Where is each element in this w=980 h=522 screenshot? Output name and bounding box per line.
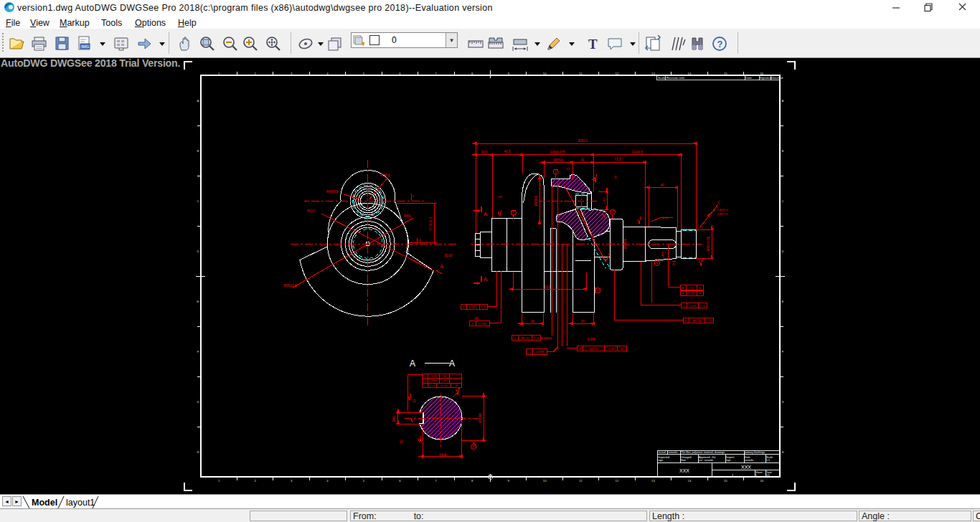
svg-text:5: 5 bbox=[363, 479, 365, 483]
svg-text:12H9: 12H9 bbox=[661, 251, 664, 258]
svg-text:6: 6 bbox=[399, 479, 401, 483]
svg-text:C: C bbox=[197, 199, 199, 203]
svg-text:1: 1 bbox=[218, 72, 220, 75]
svg-text:Scale: Scale bbox=[766, 456, 773, 459]
svg-text:IMG: IMG bbox=[81, 44, 90, 49]
svg-text:T: T bbox=[588, 37, 598, 52]
svg-text:C: C bbox=[781, 199, 783, 203]
svg-text:layout1: layout1 bbox=[66, 498, 95, 508]
svg-text:XXX: XXX bbox=[741, 465, 751, 470]
svg-text:R55: R55 bbox=[404, 214, 410, 218]
svg-text:1-4.5: 1-4.5 bbox=[602, 197, 606, 204]
svg-text:Scale: Scale bbox=[658, 76, 666, 80]
svg-text:5: 5 bbox=[363, 72, 365, 75]
svg-text:⊥: ⊥ bbox=[528, 350, 531, 353]
svg-text:⊙: ⊙ bbox=[471, 322, 474, 326]
svg-text:B: B bbox=[197, 149, 199, 153]
svg-text:primary finishings: primary finishings bbox=[745, 451, 765, 454]
svg-text:2-M30×2: 2-M30×2 bbox=[717, 208, 729, 212]
svg-text:Ø0.2Ⓡ: Ø0.2Ⓡ bbox=[589, 347, 599, 351]
svg-text:Date: Date bbox=[745, 76, 753, 80]
svg-text:∥: ∥ bbox=[425, 379, 426, 382]
svg-text:Ø42M6: Ø42M6 bbox=[623, 238, 627, 249]
svg-text:Approved - the: Approved - the bbox=[699, 456, 716, 459]
svg-text:6: 6 bbox=[399, 72, 401, 75]
svg-text:15: 15 bbox=[724, 72, 727, 75]
svg-text:1: 1 bbox=[218, 479, 220, 483]
svg-text:0.065: 0.065 bbox=[469, 305, 477, 309]
svg-text:Stat: Stat bbox=[681, 459, 685, 462]
svg-text:⌖: ⌖ bbox=[425, 375, 427, 378]
svg-text:16: 16 bbox=[760, 72, 763, 75]
svg-text:G: G bbox=[699, 292, 701, 295]
svg-text:⊥: ⊥ bbox=[462, 305, 465, 309]
svg-text:31: 31 bbox=[580, 158, 585, 162]
svg-text:7: 7 bbox=[435, 72, 438, 75]
svg-text:Inspected: Inspected bbox=[659, 456, 670, 459]
svg-text:H: H bbox=[781, 450, 783, 454]
svg-text:C: C bbox=[512, 211, 515, 214]
svg-text:9: 9 bbox=[508, 479, 510, 483]
svg-text:12°: 12° bbox=[566, 167, 570, 171]
svg-text:G: G bbox=[781, 400, 784, 404]
svg-text:⊕: ⊕ bbox=[579, 347, 582, 351]
svg-text:40: 40 bbox=[660, 184, 664, 187]
svg-text:Ø0.04: Ø0.04 bbox=[693, 319, 702, 323]
svg-text:30.00: 30.00 bbox=[444, 254, 453, 257]
svg-text:AutoDWG DWGSee 2018 Trial Vers: AutoDWG DWGSee 2018 Trial Version. bbox=[1, 58, 180, 69]
svg-text:0.03: 0.03 bbox=[690, 304, 697, 308]
svg-text:◎: ◎ bbox=[684, 319, 687, 323]
svg-text:D: D bbox=[781, 250, 783, 253]
svg-text:⊥: ⊥ bbox=[683, 304, 686, 308]
svg-text:S: S bbox=[614, 175, 617, 179]
svg-text:M: M bbox=[443, 375, 446, 378]
svg-text:3: 3 bbox=[413, 194, 415, 198]
svg-text:Model: Model bbox=[32, 498, 57, 508]
svg-text:?: ? bbox=[717, 39, 723, 49]
svg-text:F: F bbox=[197, 350, 199, 353]
svg-text:XXX: XXX bbox=[679, 468, 689, 473]
svg-text:28: 28 bbox=[530, 320, 534, 323]
svg-text:Ø0.01: Ø0.01 bbox=[522, 336, 530, 340]
svg-text:M42×2-6h: M42×2-6h bbox=[707, 236, 710, 251]
svg-text:C-D: C-D bbox=[481, 305, 486, 309]
svg-text:A: A bbox=[197, 99, 199, 103]
svg-text:Inspect: Inspect bbox=[726, 456, 735, 459]
svg-text:57.6±0.1: 57.6±0.1 bbox=[428, 217, 433, 231]
svg-text:R48.99: R48.99 bbox=[326, 189, 338, 194]
svg-text:B: B bbox=[782, 149, 784, 153]
svg-text:100: 100 bbox=[545, 285, 551, 289]
svg-text:13: 13 bbox=[651, 72, 655, 75]
svg-text:C-D: C-D bbox=[534, 336, 539, 340]
svg-text:0.18: 0.18 bbox=[431, 375, 436, 378]
svg-text:record: record bbox=[659, 451, 666, 454]
svg-text:1/1: 1/1 bbox=[766, 474, 770, 477]
svg-text:D: D bbox=[197, 250, 199, 253]
svg-text:0.015: 0.015 bbox=[688, 292, 696, 295]
svg-text:3: 3 bbox=[291, 72, 293, 75]
svg-text:1: 1 bbox=[755, 474, 757, 477]
svg-text:A: A bbox=[440, 264, 443, 269]
svg-text:D: D bbox=[611, 211, 614, 214]
svg-text:9: 9 bbox=[508, 72, 510, 75]
svg-text:Ⓝ: Ⓝ bbox=[455, 384, 458, 387]
svg-text:8: 8 bbox=[471, 72, 473, 75]
svg-text:R20: R20 bbox=[580, 212, 585, 215]
svg-text:A: A bbox=[449, 359, 455, 369]
svg-text:F: F bbox=[621, 347, 623, 351]
svg-text:remarks: remarks bbox=[669, 451, 678, 454]
svg-text:24h9: 24h9 bbox=[439, 453, 447, 457]
svg-text:29: 29 bbox=[580, 320, 585, 323]
svg-text:36H10: 36H10 bbox=[553, 158, 563, 162]
svg-text:12: 12 bbox=[412, 399, 416, 403]
svg-text:R38.5: R38.5 bbox=[380, 173, 390, 177]
svg-text:40.5: 40.5 bbox=[504, 150, 511, 153]
svg-text:4: 4 bbox=[326, 72, 329, 75]
svg-text:n2: n2 bbox=[418, 238, 422, 242]
svg-text:Revision note: Revision note bbox=[666, 76, 685, 80]
svg-text:U: U bbox=[555, 170, 557, 174]
svg-text:12: 12 bbox=[616, 479, 619, 483]
svg-text:4: 4 bbox=[326, 479, 329, 483]
svg-text:H: H bbox=[473, 445, 475, 449]
svg-text:15: 15 bbox=[724, 479, 727, 483]
